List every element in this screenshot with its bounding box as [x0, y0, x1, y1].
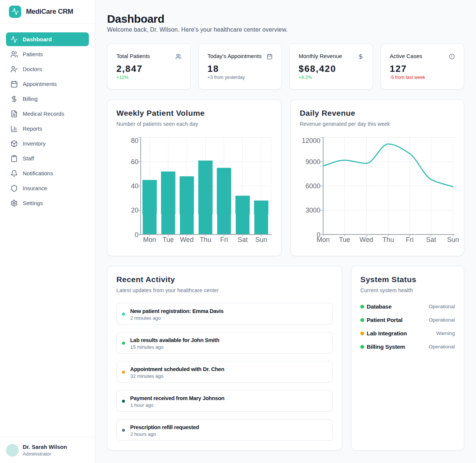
- svg-text:Fri: Fri: [406, 236, 414, 243]
- svg-text:6000: 6000: [305, 182, 320, 190]
- svg-text:0: 0: [135, 231, 138, 239]
- svg-text:Sat: Sat: [426, 236, 436, 243]
- svg-text:3000: 3000: [305, 207, 320, 214]
- svg-text:Mon: Mon: [316, 236, 329, 243]
- svg-text:60: 60: [131, 158, 138, 166]
- svg-text:40: 40: [131, 182, 138, 190]
- svg-text:Mon: Mon: [143, 236, 156, 243]
- svg-text:20: 20: [131, 207, 138, 214]
- svg-text:9000: 9000: [305, 158, 320, 166]
- svg-text:Thu: Thu: [200, 236, 211, 243]
- svg-text:Thu: Thu: [382, 236, 394, 243]
- svg-text:Tue: Tue: [339, 236, 350, 243]
- svg-text:12000: 12000: [302, 137, 320, 144]
- svg-text:Wed: Wed: [360, 236, 373, 243]
- svg-text:Wed: Wed: [180, 236, 194, 243]
- svg-text:80: 80: [131, 137, 138, 144]
- svg-text:Sat: Sat: [238, 236, 248, 243]
- svg-text:Fri: Fri: [220, 236, 228, 243]
- svg-text:Sun: Sun: [255, 236, 267, 243]
- svg-text:Sun: Sun: [447, 236, 459, 243]
- svg-text:Tue: Tue: [163, 236, 174, 243]
